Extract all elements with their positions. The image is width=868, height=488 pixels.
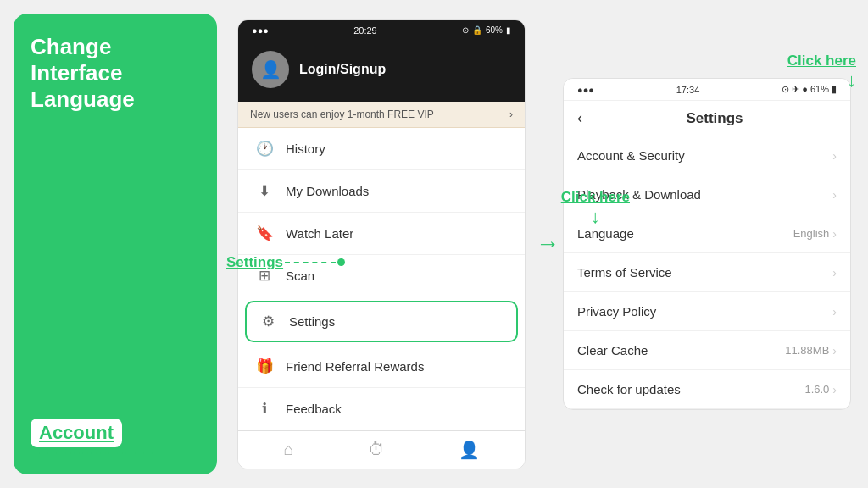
change-language-title: Change Interface Language xyxy=(31,34,200,114)
bottom-nav: ⌂ ⏱ 👤 xyxy=(238,430,525,469)
gift-icon: 🎁 xyxy=(255,358,274,375)
menu-label-history: History xyxy=(286,141,326,156)
middle-phone: ●●● 20:29 ⊙ 🔒 60% ▮ 👤 Login/Signup New u… xyxy=(237,19,526,469)
chevron-icon: › xyxy=(832,305,837,319)
settings-annotation-label[interactable]: Settings xyxy=(226,254,283,271)
settings-item-cache[interactable]: Clear Cache 11.88MB › xyxy=(564,331,850,370)
menu-label-watch-later: Watch Later xyxy=(286,226,353,241)
right-time: 17:34 xyxy=(676,85,700,95)
settings-list: Account & Security › Playback & Download… xyxy=(564,136,850,409)
dot-connector xyxy=(337,258,345,266)
click-here-middle-label[interactable]: Click here xyxy=(561,189,630,206)
menu-label-feedback: Feedback xyxy=(286,402,342,416)
menu-item-downloads[interactable]: ⬇ My Downloads xyxy=(238,170,525,213)
promo-banner[interactable]: New users can enjoy 1-month FREE VIP › xyxy=(238,102,525,128)
download-icon: ⬇ xyxy=(255,182,274,200)
menu-label-downloads: My Downloads xyxy=(286,184,369,198)
settings-item-updates[interactable]: Check for updates 1.6.0 › xyxy=(564,370,850,409)
settings-item-tos[interactable]: Terms of Service › xyxy=(564,253,850,292)
menu-item-settings[interactable]: ⚙ Settings xyxy=(245,301,518,342)
nav-recent-icon[interactable]: ⏱ xyxy=(368,440,385,460)
center-arrow: → xyxy=(532,0,563,488)
account-link[interactable]: Account xyxy=(31,419,122,447)
settings-item-privacy[interactable]: Privacy Policy › xyxy=(564,292,850,331)
menu-item-watch-later[interactable]: 🔖 Watch Later xyxy=(238,213,525,255)
chevron-icon: › xyxy=(832,266,837,280)
nav-account-icon[interactable]: 👤 xyxy=(459,440,480,460)
feedback-icon: ℹ xyxy=(255,400,274,418)
right-header: ‹ Settings xyxy=(564,101,850,136)
time: 20:29 xyxy=(353,25,377,36)
left-panel: Change Interface Language Account xyxy=(14,14,217,474)
settings-title: Settings xyxy=(593,110,837,127)
bookmark-icon: 🔖 xyxy=(255,225,274,242)
phone-header: 👤 Login/Signup xyxy=(238,41,525,102)
click-here-right-label[interactable]: Click here xyxy=(787,53,856,69)
dotted-line-connector xyxy=(285,262,336,263)
menu-item-feedback[interactable]: ℹ Feedback xyxy=(238,388,525,430)
chevron-icon: › xyxy=(832,149,837,163)
nav-home-icon[interactable]: ⌂ xyxy=(283,440,293,460)
menu-label-settings: Settings xyxy=(289,314,335,329)
menu-label-referral: Friend Referral Rewards xyxy=(286,359,424,374)
back-button[interactable]: ‹ xyxy=(577,109,582,127)
battery: ⊙ 🔒 60% ▮ xyxy=(462,25,511,35)
login-signup-button[interactable]: Login/Signup xyxy=(299,62,386,77)
settings-item-account-security[interactable]: Account & Security › xyxy=(564,136,850,175)
chevron-icon: › xyxy=(832,227,837,241)
menu-item-history[interactable]: 🕐 History xyxy=(238,128,525,170)
chevron-icon: › xyxy=(832,188,837,202)
menu-item-referral[interactable]: 🎁 Friend Referral Rewards xyxy=(238,346,525,388)
right-signal: ●●● xyxy=(577,85,594,95)
menu-list: 🕐 History ⬇ My Downloads 🔖 Watch Later ⊞… xyxy=(238,128,525,430)
down-arrow-right: ↓ xyxy=(787,69,856,92)
status-bar: ●●● 20:29 ⊙ 🔒 60% ▮ xyxy=(238,20,525,41)
right-phone: ●●● 17:34 ⊙ ✈ ● 61% ▮ ‹ Settings Account… xyxy=(563,78,851,410)
settings-icon: ⚙ xyxy=(259,313,277,330)
signal: ●●● xyxy=(252,25,269,36)
avatar: 👤 xyxy=(252,51,289,88)
history-icon: 🕐 xyxy=(255,140,274,158)
chevron-icon: › xyxy=(832,383,837,396)
chevron-icon: › xyxy=(832,344,837,358)
down-arrow-middle: ↓ xyxy=(561,206,630,228)
